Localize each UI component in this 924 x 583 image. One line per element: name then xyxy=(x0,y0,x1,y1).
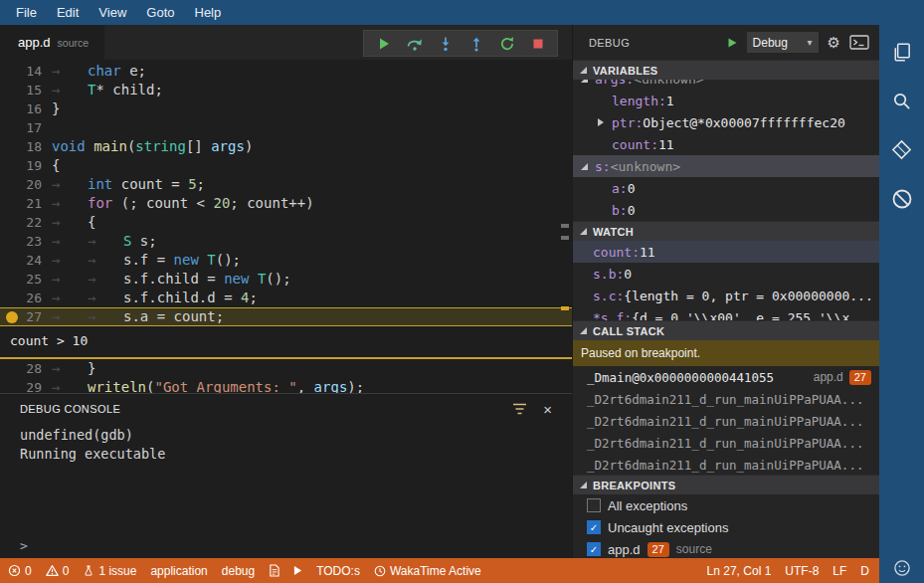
editor-scrollbar[interactable] xyxy=(558,60,572,393)
feedback-button[interactable] xyxy=(892,558,912,578)
report-document-icon[interactable] xyxy=(269,564,279,577)
variable-row[interactable]: s: <unknown> xyxy=(573,155,879,177)
menu-item-file[interactable]: File xyxy=(6,0,47,25)
console-output[interactable]: undefined(gdb)Running executable xyxy=(0,424,572,538)
variable-row[interactable]: a: 0 xyxy=(573,177,879,199)
continue-button[interactable] xyxy=(368,31,399,56)
disabled-tab[interactable] xyxy=(890,187,914,211)
launch-config-application[interactable]: application xyxy=(150,564,207,578)
line-number-15[interactable]: 15 xyxy=(0,81,52,99)
section-header-variables[interactable]: VARIABLES xyxy=(573,60,879,80)
code-line-23[interactable]: 23→→S s; xyxy=(0,232,572,251)
line-number-21[interactable]: 21 xyxy=(0,194,52,213)
variable-row[interactable]: count: 11 xyxy=(573,133,879,155)
breakpoint-item[interactable]: ✓Uncaught exceptions xyxy=(573,516,879,538)
code-line-28[interactable]: 28→} xyxy=(0,359,572,378)
line-number-29[interactable]: 29 xyxy=(0,378,52,393)
variable-row[interactable]: ptr: Object@*0x00007fffffffec20 xyxy=(573,111,879,133)
language-mode-selector[interactable]: D xyxy=(860,564,869,578)
issues-indicator[interactable]: 1 issue xyxy=(83,564,136,578)
code-line-21[interactable]: 21→for (; count < 20; count++) xyxy=(0,194,572,213)
line-number-18[interactable]: 18 xyxy=(0,137,52,156)
line-number-28[interactable]: 28 xyxy=(0,359,52,378)
stack-frame[interactable]: _D2rt6dmain211_d_run_mainUiPPaPUAA... xyxy=(573,454,879,475)
code-line-29[interactable]: 29→writeln("Got Arguments: ", args); xyxy=(0,378,572,393)
extension-tab[interactable] xyxy=(890,138,913,161)
restart-button[interactable] xyxy=(491,31,522,56)
gear-icon[interactable]: ⚙ xyxy=(828,34,840,52)
console-input-prompt[interactable]: > xyxy=(0,538,572,558)
close-icon[interactable]: × xyxy=(543,402,552,417)
step-over-button[interactable] xyxy=(399,31,430,56)
code-line-15[interactable]: 15→T* child; xyxy=(0,81,572,99)
encoding-selector[interactable]: UTF-8 xyxy=(785,564,819,578)
variable-row[interactable]: b: 0 xyxy=(573,199,879,221)
checkbox[interactable] xyxy=(587,498,601,512)
watch-row[interactable]: *s.f: {d = 0 '\\x00', e = 255 '\\x xyxy=(573,306,879,320)
line-number-22[interactable]: 22 xyxy=(0,213,52,232)
launch-config-dropdown[interactable]: Debug ▾ xyxy=(747,32,819,53)
code-line-17[interactable]: 17 xyxy=(0,118,572,137)
breakpoint-item[interactable]: All exceptions xyxy=(573,494,879,516)
run-task-button[interactable] xyxy=(293,565,302,576)
line-number-16[interactable]: 16 xyxy=(0,99,52,118)
code-line-19[interactable]: 19{ xyxy=(0,156,572,175)
cursor-position[interactable]: Ln 27, Col 1 xyxy=(707,564,772,578)
section-header-callstack[interactable]: CALL STACK xyxy=(573,320,879,340)
breakpoint-condition-widget[interactable]: count > 10 xyxy=(0,326,572,359)
line-number-26[interactable]: 26 xyxy=(0,289,52,307)
breakpoint-item[interactable]: ✓app.d27source xyxy=(573,538,879,558)
code-line-16[interactable]: 16} xyxy=(0,99,572,118)
step-into-button[interactable] xyxy=(430,31,461,56)
stack-frame[interactable]: _D2rt6dmain211_d_run_mainUiPPaPUAA... xyxy=(573,410,879,432)
todo-indicator[interactable]: TODO:s xyxy=(316,564,360,578)
watch-row[interactable]: s.b: 0 xyxy=(573,263,879,285)
code-line-18[interactable]: 18void main(string[] args) xyxy=(0,137,572,156)
code-line-26[interactable]: 26→→s.f.child.d = 4; xyxy=(0,289,572,307)
wakatime-indicator[interactable]: WakaTime Active xyxy=(374,564,481,578)
line-number-25[interactable]: 25 xyxy=(0,270,52,289)
filter-icon[interactable] xyxy=(512,403,527,416)
search-tab[interactable] xyxy=(890,90,913,112)
start-debug-icon[interactable] xyxy=(726,37,738,49)
stack-frame[interactable]: _D2rt6dmain211_d_run_mainUiPPaPUAA... xyxy=(573,388,879,410)
launch-config-debug[interactable]: debug xyxy=(222,564,255,578)
menu-item-view[interactable]: View xyxy=(89,0,136,25)
code-line-25[interactable]: 25→→s.f.child = new T(); xyxy=(0,270,572,289)
section-header-watch[interactable]: WATCH xyxy=(573,221,879,241)
watch-row[interactable]: s.c: {length = 0, ptr = 0x00000000... xyxy=(573,285,879,306)
line-number-20[interactable]: 20 xyxy=(0,175,52,194)
line-number-19[interactable]: 19 xyxy=(0,156,52,175)
checkbox[interactable]: ✓ xyxy=(587,520,601,534)
code-line-27[interactable]: 27→→s.a = count; xyxy=(0,307,572,326)
stack-frame[interactable]: _D2rt6dmain211_d_run_mainUiPPaPUAA... xyxy=(573,432,879,454)
stop-button[interactable] xyxy=(522,31,553,56)
code-editor[interactable]: 14→char e;15→T* child;16}1718void main(s… xyxy=(0,60,572,393)
menu-item-goto[interactable]: Goto xyxy=(136,0,184,25)
warning-count[interactable]: 0 xyxy=(46,564,70,578)
line-number-24[interactable]: 24 xyxy=(0,251,52,270)
debug-console-toggle-icon[interactable] xyxy=(849,35,869,50)
watch-row[interactable]: count: 11 xyxy=(573,241,879,263)
line-number-23[interactable]: 23 xyxy=(0,232,52,251)
code-line-24[interactable]: 24→→s.f = new T(); xyxy=(0,251,572,270)
eol-selector[interactable]: LF xyxy=(832,564,846,578)
menu-item-help[interactable]: Help xyxy=(185,0,232,25)
error-count[interactable]: 0 xyxy=(8,564,32,578)
menu-item-edit[interactable]: Edit xyxy=(47,0,89,25)
section-header-breakpoints[interactable]: BREAKPOINTS xyxy=(573,475,879,494)
variable-row[interactable]: args: <unknown> xyxy=(573,80,879,90)
breakpoint-icon[interactable] xyxy=(6,311,18,323)
variable-row[interactable]: length: 1 xyxy=(573,90,879,111)
explorer-tab[interactable] xyxy=(890,41,913,64)
checkbox[interactable]: ✓ xyxy=(587,542,601,556)
code-line-20[interactable]: 20→int count = 5; xyxy=(0,175,572,194)
code-line-22[interactable]: 22→{ xyxy=(0,213,572,232)
step-out-button[interactable] xyxy=(461,31,491,56)
tab-app-d[interactable]: app.d source xyxy=(0,25,104,60)
twisty-icon[interactable] xyxy=(581,80,595,83)
line-number-17[interactable]: 17 xyxy=(0,118,52,137)
line-number-14[interactable]: 14 xyxy=(0,62,52,81)
twisty-icon[interactable] xyxy=(598,118,612,126)
twisty-icon[interactable] xyxy=(581,163,595,170)
